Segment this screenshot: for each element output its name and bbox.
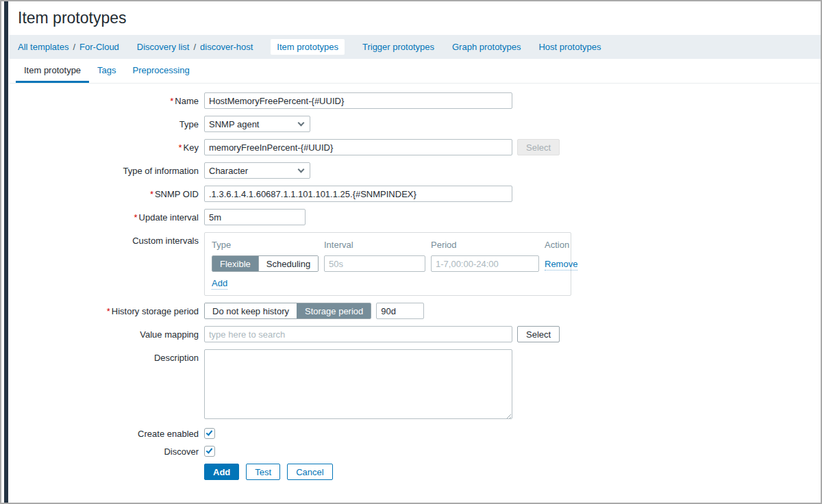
name-row: *Name <box>9 92 821 109</box>
tab-item-prototype[interactable]: Item prototype <box>16 59 89 83</box>
discover-label: Discover <box>9 446 204 457</box>
storage-period-toggle[interactable]: Storage period <box>297 303 371 318</box>
key-input[interactable] <box>204 139 512 155</box>
description-textarea[interactable] <box>204 349 512 419</box>
key-row: *Key Select <box>9 139 821 155</box>
value-mapping-input[interactable] <box>204 326 512 342</box>
create-enabled-checkbox[interactable] <box>204 428 215 439</box>
collapsed-sidebar <box>4 1 8 503</box>
app-window: Item prototypes All templates / For-Clou… <box>0 0 822 504</box>
breadcrumb-all-templates[interactable]: All templates <box>18 42 68 52</box>
item-prototype-form: *Name Type SNMP agent *Key <box>9 84 821 480</box>
main-content: Item prototypes All templates / For-Clou… <box>9 1 821 503</box>
value-mapping-select-button[interactable]: Select <box>517 326 560 342</box>
history-storage-label: *History storage period <box>9 306 204 316</box>
required-marker: * <box>150 189 153 199</box>
snmp-oid-row: *SNMP OID <box>9 186 821 202</box>
description-row: Description <box>9 349 821 421</box>
type-of-information-row: Type of information Character <box>9 162 821 179</box>
breadcrumb: All templates / For-Cloud Discovery list… <box>9 35 821 59</box>
nav-graph-prototypes[interactable]: Graph prototypes <box>452 42 521 52</box>
add-button[interactable]: Add <box>204 464 239 480</box>
chevron-down-icon <box>298 166 305 173</box>
value-mapping-label: Value mapping <box>9 329 204 340</box>
required-marker: * <box>107 306 110 316</box>
breadcrumb-separator: / <box>193 42 196 52</box>
column-header-interval: Interval <box>324 240 425 250</box>
check-icon <box>206 446 213 453</box>
snmp-oid-input[interactable] <box>204 186 512 202</box>
history-storage-row: *History storage period Do not keep hist… <box>9 303 821 319</box>
tab-preprocessing[interactable]: Preprocessing <box>125 59 198 83</box>
add-interval-link[interactable]: Add <box>212 278 227 288</box>
custom-intervals-label: Custom intervals <box>9 232 204 246</box>
value-mapping-row: Value mapping Select <box>9 326 821 342</box>
required-marker: * <box>179 142 182 153</box>
breadcrumb-nav: Item prototypes Trigger prototypes Graph… <box>271 39 601 55</box>
type-row: Type SNMP agent <box>9 116 821 132</box>
description-label: Description <box>9 349 204 363</box>
tab-tags[interactable]: Tags <box>89 59 124 83</box>
update-interval-row: *Update interval <box>9 209 821 225</box>
nav-item-prototypes-active[interactable]: Item prototypes <box>271 39 345 55</box>
name-label: *Name <box>9 96 204 106</box>
breadcrumb-for-cloud[interactable]: For-Cloud <box>79 42 119 52</box>
breadcrumb-template-group: All templates / For-Cloud <box>18 42 119 52</box>
type-of-information-select[interactable]: Character <box>204 162 310 179</box>
scheduling-toggle[interactable]: Scheduling <box>258 256 318 271</box>
form-actions-row: Add Test Cancel <box>9 464 821 480</box>
type-select-value: SNMP agent <box>209 119 259 129</box>
interval-type-toggle: Flexible Scheduling <box>212 255 319 272</box>
column-header-period: Period <box>431 240 539 250</box>
create-enabled-row: Create enabled <box>9 428 821 439</box>
column-header-type: Type <box>212 240 319 250</box>
discover-row: Discover <box>9 446 821 457</box>
nav-trigger-prototypes[interactable]: Trigger prototypes <box>362 42 434 52</box>
type-select[interactable]: SNMP agent <box>204 116 310 132</box>
period-input[interactable] <box>431 255 539 272</box>
check-icon <box>206 429 213 436</box>
history-period-input[interactable] <box>376 303 424 319</box>
required-marker: * <box>134 212 137 223</box>
breadcrumb-discovery-group: Discovery list / discover-host <box>137 42 253 52</box>
type-label: Type <box>9 119 204 129</box>
remove-interval-link[interactable]: Remove <box>545 259 577 269</box>
type-of-information-select-value: Character <box>209 166 248 176</box>
custom-intervals-row: Custom intervals Type Interval Period Ac… <box>9 232 821 296</box>
breadcrumb-discovery-list[interactable]: Discovery list <box>137 42 190 52</box>
update-interval-input[interactable] <box>204 209 306 225</box>
snmp-oid-label: *SNMP OID <box>9 189 204 199</box>
form-tabs: Item prototype Tags Preprocessing <box>9 59 821 84</box>
name-input[interactable] <box>204 92 512 109</box>
key-select-button: Select <box>517 139 560 155</box>
update-interval-label: *Update interval <box>9 212 204 223</box>
history-storage-toggle: Do not keep history Storage period <box>204 303 371 319</box>
breadcrumb-separator: / <box>73 42 75 52</box>
breadcrumb-discover-host[interactable]: discover-host <box>200 42 253 52</box>
column-header-action: Action <box>545 240 577 250</box>
key-label: *Key <box>9 142 204 153</box>
chevron-down-icon <box>298 119 305 126</box>
page-header: Item prototypes <box>9 1 821 35</box>
do-not-keep-history-toggle[interactable]: Do not keep history <box>205 303 297 318</box>
custom-intervals-box: Type Interval Period Action Flexible Sch… <box>204 232 571 296</box>
required-marker: * <box>170 96 173 106</box>
flexible-toggle[interactable]: Flexible <box>212 256 258 271</box>
discover-checkbox[interactable] <box>204 446 215 457</box>
test-button[interactable]: Test <box>246 464 280 480</box>
type-of-information-label: Type of information <box>9 166 204 176</box>
nav-host-prototypes[interactable]: Host prototypes <box>538 42 601 52</box>
page-title: Item prototypes <box>18 9 821 27</box>
create-enabled-label: Create enabled <box>9 429 204 439</box>
cancel-button[interactable]: Cancel <box>287 464 332 480</box>
interval-input[interactable] <box>324 255 425 272</box>
